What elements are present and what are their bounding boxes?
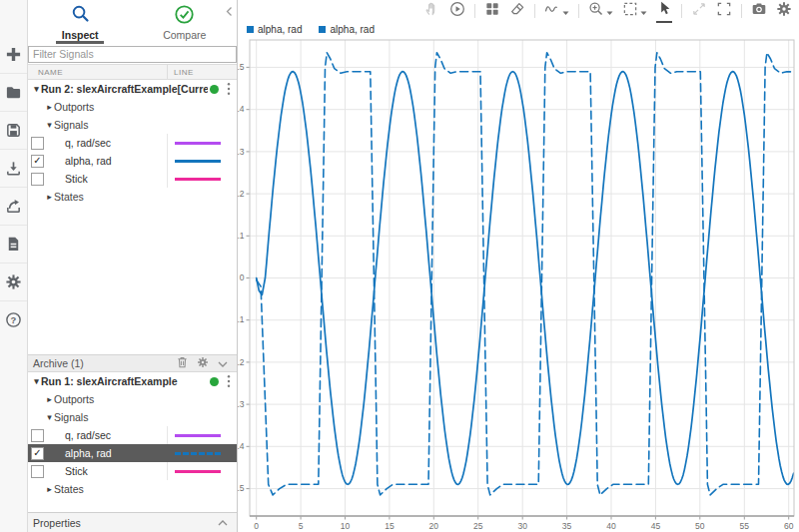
save-button[interactable] xyxy=(0,111,27,149)
chart-canvas[interactable]: 051015202530354045505560-0.5-0.4-0.3-0.2… xyxy=(238,38,799,532)
line-swatch-cell xyxy=(167,426,237,444)
chevron-down-icon[interactable]: ▾ xyxy=(45,120,54,130)
simulation-data-inspector-window: ? Inspect Compare NAME LINE ▾ Run 2: sle… xyxy=(0,0,799,532)
run-row-run1[interactable]: ▾ Run 1: slexAircraftExample xyxy=(28,372,237,390)
chevron-down-icon[interactable]: ▾ xyxy=(32,376,41,386)
group-label: States xyxy=(54,191,84,203)
line-swatch xyxy=(175,470,221,473)
group-row-outports[interactable]: ▸ Outports xyxy=(28,98,237,116)
svg-text:-0.2: -0.2 xyxy=(238,357,245,367)
pan-hand-icon xyxy=(424,1,440,21)
fit-to-view-button[interactable] xyxy=(622,1,647,21)
help-icon: ? xyxy=(5,311,22,328)
signal-checkbox[interactable]: ✓ xyxy=(31,155,44,168)
zoom-in-button[interactable] xyxy=(588,1,613,21)
signal-row-stick-run2[interactable]: Stick xyxy=(28,170,237,188)
chart-area[interactable]: 051015202530354045505560-0.5-0.4-0.3-0.2… xyxy=(238,38,799,532)
group-label: States xyxy=(54,483,84,495)
signal-row-alpha-run2[interactable]: ✓ alpha, rad xyxy=(28,152,237,170)
archive-collapse-button[interactable] xyxy=(218,357,228,369)
plot-area: alpha, rad alpha, rad 051015202530354045… xyxy=(238,0,799,532)
open-button[interactable] xyxy=(0,73,27,111)
signal-checkbox[interactable] xyxy=(31,429,44,442)
signal-checkbox[interactable] xyxy=(31,465,44,478)
signal-row-q-run2[interactable]: q, rad/sec xyxy=(28,134,237,152)
signal-row-stick-run1[interactable]: Stick xyxy=(28,462,237,480)
archive-settings-button[interactable] xyxy=(197,356,209,370)
signal-row-alpha-run1[interactable]: ✓ alpha, rad xyxy=(28,444,237,462)
tab-compare[interactable]: Compare xyxy=(133,0,238,44)
left-toolbar-rail: ? xyxy=(0,0,28,532)
save-icon xyxy=(5,122,22,139)
line-swatch-cell xyxy=(167,444,237,462)
pointer-mode-button[interactable] xyxy=(656,0,672,23)
chevron-down-icon xyxy=(218,357,228,369)
column-header-line: LINE xyxy=(167,65,237,79)
signal-checkbox[interactable]: ✓ xyxy=(31,447,44,460)
group-row-signals[interactable]: ▾ Signals xyxy=(28,116,237,134)
panel-tabs: Inspect Compare xyxy=(28,0,237,44)
svg-text:-0.1: -0.1 xyxy=(238,314,245,324)
archive-title: Archive (1) xyxy=(28,357,177,369)
chevron-down-icon[interactable]: ▾ xyxy=(32,84,41,94)
svg-text:45: 45 xyxy=(651,521,661,531)
preferences-button[interactable] xyxy=(0,263,27,300)
signal-checkbox[interactable] xyxy=(31,137,44,150)
create-report-button[interactable] xyxy=(0,225,27,263)
eraser-icon xyxy=(509,1,525,21)
export-button[interactable] xyxy=(0,187,27,225)
snapshot-button[interactable] xyxy=(751,1,767,21)
group-row-signals[interactable]: ▾ Signals xyxy=(28,408,237,426)
svg-text:0.2: 0.2 xyxy=(238,189,245,199)
replay-button[interactable] xyxy=(449,1,465,21)
line-swatch xyxy=(175,452,221,455)
signal-browser-panel: Inspect Compare NAME LINE ▾ Run 2: slexA… xyxy=(28,0,238,532)
export-icon xyxy=(5,198,22,215)
signal-checkbox[interactable] xyxy=(31,173,44,186)
line-swatch-cell xyxy=(167,170,237,188)
filter-signals-input[interactable] xyxy=(28,46,237,63)
group-row-states[interactable]: ▸ States xyxy=(28,188,237,206)
clear-plots-button[interactable] xyxy=(509,1,525,21)
new-run-button[interactable] xyxy=(0,36,27,73)
help-button[interactable]: ? xyxy=(0,300,27,338)
run-menu-button[interactable] xyxy=(223,82,235,96)
line-swatch-cell xyxy=(167,134,237,152)
group-row-outports[interactable]: ▸ Outports xyxy=(28,390,237,408)
collapse-panel-button[interactable] xyxy=(226,3,233,21)
pan-button[interactable] xyxy=(424,1,440,21)
run-menu-button[interactable] xyxy=(223,374,235,388)
report-icon xyxy=(5,236,22,253)
chevron-down-icon[interactable]: ▾ xyxy=(45,412,54,422)
plot-toolbar xyxy=(238,0,799,22)
layout-button[interactable] xyxy=(484,1,500,21)
svg-text:20: 20 xyxy=(429,521,439,531)
tab-inspect[interactable]: Inspect xyxy=(28,0,133,44)
run-row-run2[interactable]: ▾ Run 2: slexAircraftExample[Current] xyxy=(28,80,237,98)
archive-header[interactable]: Archive (1) xyxy=(28,354,237,372)
delete-archive-button[interactable] xyxy=(177,356,188,370)
chevron-right-icon[interactable]: ▸ xyxy=(45,102,54,112)
svg-text:35: 35 xyxy=(562,521,572,531)
svg-text:25: 25 xyxy=(473,521,483,531)
chevron-up-icon[interactable] xyxy=(218,520,228,526)
column-header-name: NAME xyxy=(28,68,167,77)
signal-row-q-run1[interactable]: q, rad/sec xyxy=(28,426,237,444)
svg-text:-0.3: -0.3 xyxy=(238,399,245,409)
toolbar-separator xyxy=(578,4,579,18)
line-swatch-cell xyxy=(167,152,237,170)
chevron-right-icon[interactable]: ▸ xyxy=(45,394,54,404)
signal-trace-button[interactable] xyxy=(544,1,569,21)
gear-icon xyxy=(197,356,209,370)
open-folder-icon xyxy=(5,84,22,101)
pan-zoom-button[interactable] xyxy=(691,1,707,21)
import-button[interactable] xyxy=(0,149,27,187)
plot-settings-button[interactable] xyxy=(776,1,792,21)
chevron-right-icon[interactable]: ▸ xyxy=(45,192,54,202)
properties-bar[interactable]: Properties xyxy=(28,512,237,532)
group-row-states[interactable]: ▸ States xyxy=(28,480,237,498)
fullscreen-button[interactable] xyxy=(716,1,732,21)
toolbar-separator xyxy=(681,4,682,18)
svg-text:-0.5: -0.5 xyxy=(238,483,245,493)
chevron-right-icon[interactable]: ▸ xyxy=(45,484,54,494)
